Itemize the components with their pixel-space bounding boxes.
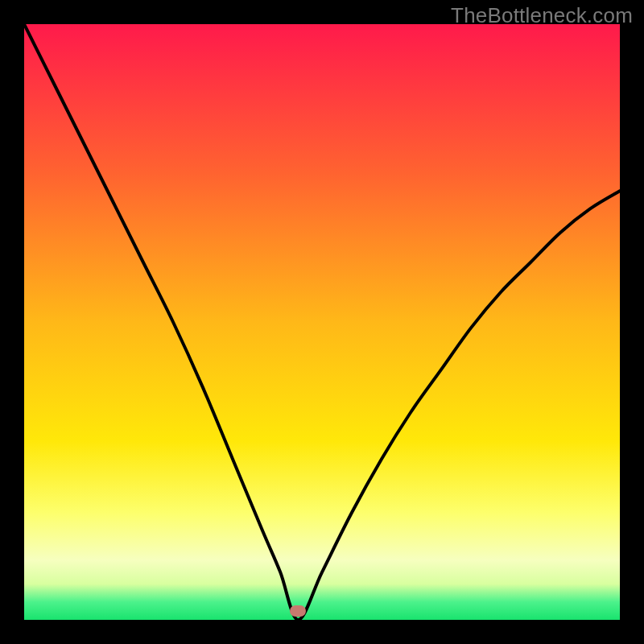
watermark-text: TheBottleneck.com [451,3,633,28]
curve-path [24,24,620,620]
plot-area [24,24,620,620]
apex-marker [290,605,306,617]
bottleneck-curve [24,24,620,620]
